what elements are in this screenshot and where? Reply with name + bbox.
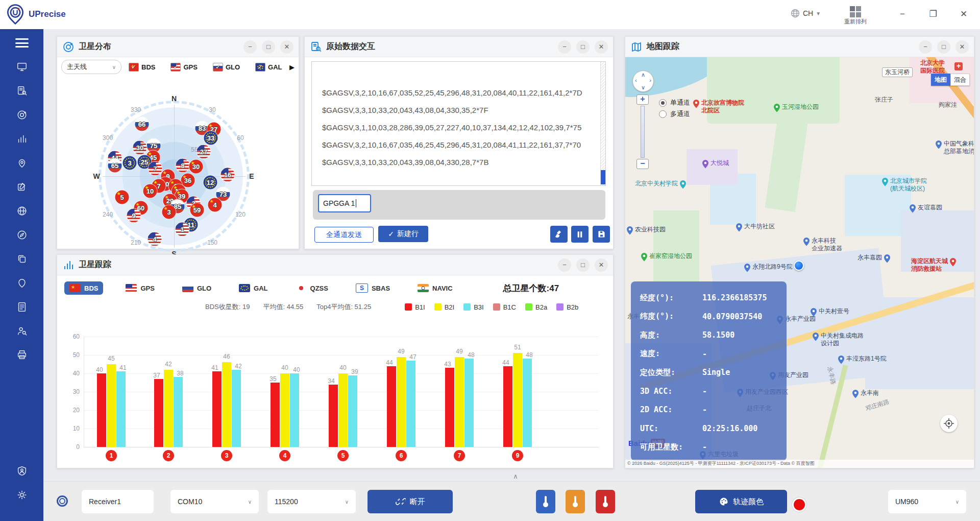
- sidebar-item-device-print[interactable]: [0, 343, 43, 367]
- locate-button[interactable]: [940, 415, 958, 432]
- sidebar-item-devices[interactable]: [0, 55, 43, 79]
- panel-minimize-button[interactable]: −: [558, 40, 571, 54]
- receiver-name-input[interactable]: Receiver1: [82, 490, 154, 513]
- restore-button[interactable]: ❐: [926, 7, 940, 21]
- info-row: 3D ACC:-: [640, 382, 787, 401]
- com-port-select[interactable]: COM10∨: [170, 490, 259, 513]
- tab-sbas[interactable]: SSBAS: [351, 281, 395, 295]
- panel-maximize-button[interactable]: □: [937, 40, 950, 54]
- panel-close-button[interactable]: ✕: [595, 40, 608, 54]
- map-pan-control[interactable]: ∧ ∨ ‹ ›: [632, 70, 654, 92]
- pan-right-icon[interactable]: ›: [649, 77, 651, 83]
- system-tabs: BDSGPSGLOGALQZSSSSBASNAVIC总卫星个数:47: [64, 279, 606, 297]
- disconnect-button[interactable]: 断开: [368, 490, 453, 513]
- radio-dot[interactable]: [659, 110, 667, 118]
- radio-dot[interactable]: [659, 99, 667, 107]
- collapse-bar-button[interactable]: ∧: [505, 472, 526, 482]
- sidebar-item-user-search[interactable]: [0, 319, 43, 343]
- sidebar-item-positioning[interactable]: [0, 223, 43, 247]
- console-scrollbar[interactable]: [600, 62, 605, 185]
- thermometer-blue-button[interactable]: [536, 490, 555, 513]
- thermometer-orange-button[interactable]: [566, 490, 585, 513]
- save-button[interactable]: [593, 226, 610, 243]
- tab-bds[interactable]: BDS: [64, 281, 103, 295]
- info-row: 可用卫星数:-: [640, 438, 787, 457]
- current-position-dot: [794, 260, 804, 271]
- receiver-model-select[interactable]: UM960∨: [888, 490, 966, 513]
- sidebar-item-raw-data[interactable]: [0, 79, 43, 103]
- rearrange-button[interactable]: 重新排列: [841, 4, 870, 26]
- pan-up-icon[interactable]: ∧: [641, 72, 645, 78]
- close-button[interactable]: ✕: [957, 7, 971, 21]
- map-type-normal[interactable]: 地图: [931, 74, 950, 86]
- zoom-track[interactable]: [641, 106, 645, 158]
- zoom-in-button[interactable]: +: [636, 94, 649, 105]
- language-selector[interactable]: CH ▼: [790, 8, 821, 18]
- sidebar-item-edit-config[interactable]: [0, 175, 43, 199]
- sidebar-item-satellite-distribution[interactable]: [0, 103, 43, 127]
- clear-console-button[interactable]: [550, 226, 568, 243]
- baud-rate-select[interactable]: 115200∨: [267, 490, 356, 513]
- panel-maximize-button[interactable]: □: [262, 40, 275, 54]
- command-input[interactable]: GPGGA 1: [318, 194, 371, 212]
- scrollbar-thumb[interactable]: [601, 170, 605, 184]
- gps-flag-checkbox[interactable]: ✓: [170, 63, 181, 72]
- sidebar-item-map-tracking[interactable]: [0, 151, 43, 175]
- panel-close-button[interactable]: ✕: [280, 40, 293, 54]
- system-checkbox-bds[interactable]: ✓BDS: [129, 63, 155, 72]
- track-color-swatch[interactable]: [792, 498, 806, 512]
- glo-flag-checkbox[interactable]: ✓: [213, 63, 223, 72]
- panel-maximize-button[interactable]: □: [576, 258, 590, 272]
- crosshair-icon: [943, 417, 955, 430]
- system-checkbox-gal[interactable]: ✓GAL: [255, 63, 282, 72]
- send-all-channels-button[interactable]: 全通道发送: [314, 227, 374, 243]
- more-systems-arrow[interactable]: ▶: [289, 63, 295, 71]
- bar-value-label: 46: [223, 353, 230, 360]
- pan-left-icon[interactable]: ‹: [635, 77, 637, 83]
- map-type-satellite[interactable]: 混合: [950, 74, 970, 86]
- radio-单通道[interactable]: 单通道: [659, 97, 690, 108]
- pan-down-icon[interactable]: ∨: [641, 84, 645, 91]
- thermometer-red-button[interactable]: [596, 490, 615, 513]
- compass-icon: [16, 229, 28, 241]
- satellite-marker: 3: [162, 205, 176, 219]
- tab-gal[interactable]: GAL: [234, 281, 273, 295]
- system-label: GAL: [268, 63, 282, 71]
- gal-flag-checkbox[interactable]: ✓: [255, 63, 265, 72]
- minimize-button[interactable]: −: [895, 7, 910, 21]
- tab-glo[interactable]: GLO: [177, 281, 216, 295]
- menu-toggle-button[interactable]: [15, 38, 29, 48]
- tab-navic[interactable]: NAVIC: [412, 281, 457, 295]
- chevron-down-icon: ▼: [816, 11, 821, 16]
- panel-close-button[interactable]: ✕: [955, 40, 969, 54]
- chevron-down-icon: ∨: [112, 64, 116, 70]
- stat-text: BDS收星数: 19: [205, 302, 250, 312]
- nmea-console[interactable]: $GAGSV,3,2,10,16,67,035,52,25,45,296,48,…: [311, 61, 606, 186]
- bds-flag-checkbox[interactable]: ✓: [129, 63, 139, 72]
- panel-close-button[interactable]: ✕: [595, 258, 608, 272]
- panel-header: 地图跟踪 − □ ✕: [625, 37, 974, 57]
- tab-gps[interactable]: GPS: [120, 281, 159, 295]
- panel-maximize-button[interactable]: □: [576, 40, 590, 54]
- system-checkbox-gps[interactable]: ✓GPS: [170, 63, 197, 72]
- sidebar-item-settings[interactable]: [0, 483, 43, 507]
- system-checkbox-glo[interactable]: ✓GLO: [213, 63, 240, 72]
- radio-多通道[interactable]: 多通道: [659, 108, 690, 120]
- pause-button[interactable]: [571, 226, 589, 243]
- chart-bar-b1i: [97, 373, 106, 447]
- tab-qzss[interactable]: QZSS: [290, 281, 333, 295]
- sidebar-item-logs[interactable]: [0, 295, 43, 319]
- sidebar-item-satellite-tracking[interactable]: [0, 127, 43, 151]
- sidebar-item-location[interactable]: [0, 271, 43, 295]
- sidebar-item-windows[interactable]: [0, 247, 43, 271]
- track-color-button[interactable]: 轨迹颜色: [695, 490, 787, 513]
- map-canvas[interactable]: ∧ ∨ ‹ › + − 单通道多通道 地图混合 东玉河桥北京大学 国际医院张庄子…: [625, 57, 974, 468]
- sidebar-item-web[interactable]: [0, 199, 43, 223]
- new-line-button[interactable]: ✓ 新建行: [378, 226, 428, 242]
- panel-minimize-button[interactable]: −: [919, 40, 932, 54]
- panel-minimize-button[interactable]: −: [243, 40, 257, 54]
- zoom-out-button[interactable]: −: [636, 159, 649, 169]
- antenna-select[interactable]: 主天线 ∨: [61, 60, 121, 74]
- sidebar-item-security[interactable]: [0, 459, 43, 483]
- panel-minimize-button[interactable]: −: [558, 258, 571, 272]
